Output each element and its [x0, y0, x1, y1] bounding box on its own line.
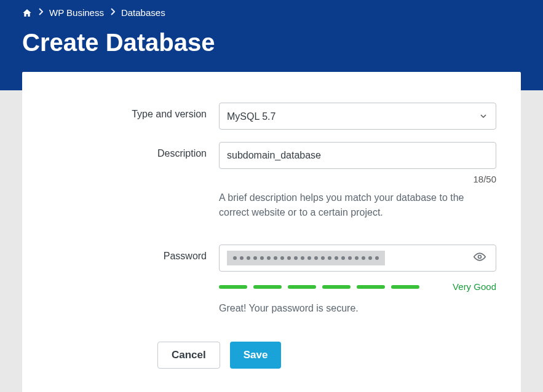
row-password: Password Very Good Great! Your password … — [47, 245, 496, 335]
description-counter: 18/50 — [219, 174, 496, 184]
chevron-right-icon — [110, 8, 115, 17]
type-version-select[interactable]: MySQL 5.7 — [219, 103, 496, 130]
row-type-version: Type and version MySQL 5.7 — [47, 103, 496, 130]
chevron-right-icon — [38, 8, 43, 17]
home-icon[interactable] — [22, 8, 32, 18]
svg-point-0 — [478, 256, 482, 259]
description-input[interactable] — [219, 142, 496, 169]
cancel-button[interactable]: Cancel — [157, 342, 220, 369]
password-strength-meter: Very Good — [219, 281, 496, 292]
button-row: Cancel Save — [157, 342, 496, 369]
label-password: Password — [47, 245, 219, 262]
password-input[interactable] — [219, 245, 496, 272]
label-type-version: Type and version — [47, 103, 219, 120]
breadcrumb: WP Business Databases — [22, 7, 521, 18]
label-description: Description — [47, 142, 219, 159]
form-card: Type and version MySQL 5.7 Description 1… — [22, 72, 521, 392]
strength-bars — [219, 285, 419, 289]
breadcrumb-item-wp-business[interactable]: WP Business — [49, 7, 104, 18]
strength-label: Very Good — [453, 281, 496, 292]
password-mask — [227, 251, 385, 265]
eye-icon[interactable] — [471, 248, 488, 268]
description-helper: A brief description helps you match your… — [219, 190, 496, 220]
password-message: Great! Your password is secure. — [219, 303, 496, 314]
row-description: Description 18/50 A brief description he… — [47, 142, 496, 238]
save-button[interactable]: Save — [230, 342, 282, 369]
breadcrumb-item-databases[interactable]: Databases — [121, 7, 165, 18]
page-title: Create Database — [22, 29, 521, 57]
